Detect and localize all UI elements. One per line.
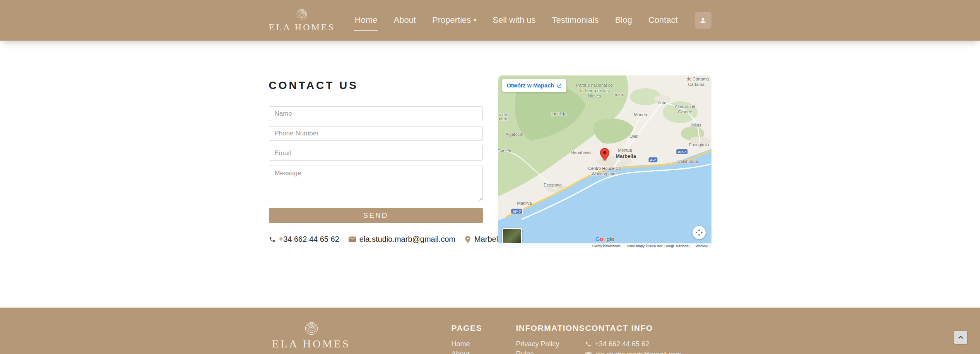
header: ELA HOMES Home About Properties▾ Sell wi… xyxy=(0,0,980,41)
nav-item-contact[interactable]: Contact xyxy=(648,10,679,31)
nav-label: Sell with us xyxy=(493,15,535,25)
nav-label: Home xyxy=(355,15,378,25)
main-nav: Home About Properties▾ Sell with us Test… xyxy=(354,10,679,31)
footer-col-contact-info: CONTACT INFO +34 662 44 65 62 ela.studio… xyxy=(585,322,701,354)
attribution-terms-link[interactable]: Warunki xyxy=(693,244,711,248)
google-letter: e xyxy=(611,236,614,242)
phone-info[interactable]: +34 662 44 65 62 xyxy=(269,235,339,244)
footer-email-text: ela.studio.marb@gmail.com xyxy=(595,351,682,354)
nav-label: Blog xyxy=(615,15,632,25)
phone-input[interactable] xyxy=(269,126,483,141)
nav-label: Testimonials xyxy=(552,15,599,25)
name-input[interactable] xyxy=(269,106,483,121)
google-letter: o xyxy=(603,236,606,242)
brand-name: ELA HOMES xyxy=(269,22,335,32)
google-logo[interactable]: Google xyxy=(595,236,614,242)
footer-link-about[interactable]: About xyxy=(452,350,498,354)
footer-logo-icon xyxy=(304,322,318,335)
message-input[interactable] xyxy=(269,166,483,201)
footer-col-informations: INFORMATIONS Privacy Policy Rules xyxy=(516,322,578,354)
scroll-to-top-button[interactable] xyxy=(954,331,967,344)
contact-form: SEND xyxy=(269,106,483,223)
nav-item-sell-with-us[interactable]: Sell with us xyxy=(492,10,536,31)
main-content: CONTACT US SEND +34 662 44 65 62 ela.stu… xyxy=(269,41,711,248)
nav-label: Contact xyxy=(648,15,678,25)
nav-item-testimonials[interactable]: Testimonials xyxy=(551,10,600,31)
nav-item-properties[interactable]: Properties▾ xyxy=(431,10,477,31)
map-attribution: Skróty klawiszowe Dane mapy ©2026 Inst. … xyxy=(498,243,711,248)
footer-col-title: PAGES xyxy=(452,322,498,333)
chevron-down-icon: ▾ xyxy=(474,17,476,23)
attribution-shortcuts-link[interactable]: Skróty klawiszowe xyxy=(589,244,624,248)
attribution-data-text: Dane mapy ©2026 Inst. Geogr. Nacional xyxy=(624,244,693,248)
phone-icon xyxy=(585,341,591,347)
map-marker-icon[interactable] xyxy=(599,148,610,162)
envelope-icon xyxy=(585,352,592,354)
google-letter: o xyxy=(600,236,603,242)
user-account-button[interactable] xyxy=(695,12,711,29)
footer-logo-text: ELA HOMES xyxy=(272,338,351,350)
brand-logo[interactable]: ELA HOMES xyxy=(269,9,335,32)
brand-logo-icon xyxy=(296,9,308,20)
google-letter: G xyxy=(595,236,600,242)
footer: ELA HOMES PAGES Home About INFORMATIONS … xyxy=(0,308,980,354)
footer-col-pages: PAGES Home About xyxy=(452,322,498,354)
open-in-maps-button[interactable]: Otwórz w Mapach xyxy=(502,79,566,92)
footer-link-home[interactable]: Home xyxy=(452,340,498,348)
phone-icon xyxy=(269,236,275,243)
pan-control[interactable] xyxy=(693,226,706,239)
footer-link-privacy-policy[interactable]: Privacy Policy xyxy=(516,340,578,348)
send-button[interactable]: SEND xyxy=(269,208,483,223)
envelope-icon xyxy=(349,236,356,242)
phone-text: +34 662 44 65 62 xyxy=(279,235,339,244)
pan-arrows-icon xyxy=(695,228,703,237)
contact-info-row: +34 662 44 65 62 ela.studio.marb@gmail.c… xyxy=(269,235,483,244)
nav-label: Properties xyxy=(432,15,471,25)
contact-section: CONTACT US SEND +34 662 44 65 62 ela.stu… xyxy=(269,75,483,244)
footer-link-rules[interactable]: Rules xyxy=(516,350,578,354)
email-info[interactable]: ela.studio.marb@gmail.com xyxy=(349,235,455,244)
map[interactable]: Parque nacional de la Sierra de las Niev… xyxy=(498,75,711,248)
footer-col-title: CONTACT INFO xyxy=(585,322,701,333)
footer-email[interactable]: ela.studio.marb@gmail.com xyxy=(585,351,701,354)
open-in-maps-label: Otwórz w Mapach xyxy=(507,82,554,89)
nav-item-home[interactable]: Home xyxy=(354,10,378,31)
footer-phone[interactable]: +34 662 44 65 62 xyxy=(585,340,701,348)
email-text: ela.studio.marb@gmail.com xyxy=(359,235,455,244)
footer-logo[interactable]: ELA HOMES xyxy=(272,322,351,350)
google-letter: g xyxy=(606,236,610,242)
location-pin-icon xyxy=(465,236,471,243)
email-input[interactable] xyxy=(269,146,483,161)
page-title: CONTACT US xyxy=(269,79,483,92)
nav-item-about[interactable]: About xyxy=(393,10,417,31)
external-link-icon xyxy=(557,83,562,88)
street-view-thumbnail[interactable] xyxy=(502,228,522,244)
footer-col-title: INFORMATIONS xyxy=(516,322,578,333)
chevron-up-icon xyxy=(958,334,964,340)
footer-phone-text: +34 662 44 65 62 xyxy=(595,340,650,348)
nav-label: About xyxy=(393,15,416,25)
nav-item-blog[interactable]: Blog xyxy=(614,10,633,31)
user-icon xyxy=(699,17,707,24)
